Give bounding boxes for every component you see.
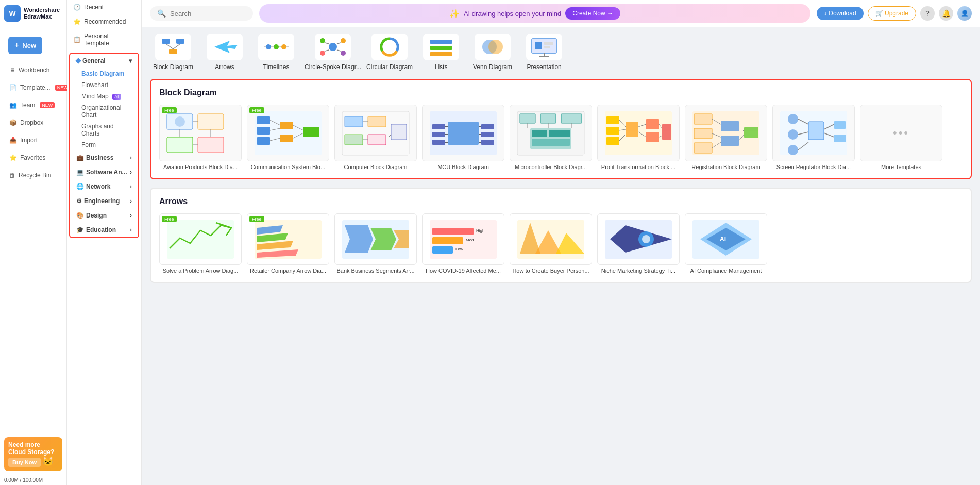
sidebar-item-team[interactable]: 👥 Team NEW <box>3 97 63 113</box>
template-solve-problem[interactable]: Free Solve a Problem Arrow Diag... <box>159 213 242 274</box>
solve-problem-label: Solve a Problem Arrow Diag... <box>159 267 242 274</box>
cat-circle-spoke-label: Circle-Spoke Diagr... <box>305 63 361 71</box>
svg-rect-23 <box>430 52 452 56</box>
cat-presentation[interactable]: Presentation <box>521 34 567 71</box>
buy-now-label[interactable]: Buy Now <box>8 458 41 467</box>
create-now-button[interactable]: Create Now → <box>565 7 620 20</box>
svg-rect-88 <box>606 116 619 124</box>
template-mcu[interactable]: MCU Block Diagram <box>422 105 504 170</box>
registration-label: Registration Block Diagram <box>685 164 767 170</box>
recycle-icon: 🗑 <box>9 172 15 179</box>
block-diagram-section-title: Block Diagram <box>159 88 962 97</box>
lp-mind-map[interactable]: Mind Map AI <box>70 91 138 102</box>
cat-venn[interactable]: Venn Diagram <box>469 34 516 71</box>
lp-form[interactable]: Form <box>70 139 138 150</box>
svg-point-115 <box>788 114 798 124</box>
avatar[interactable]: 👤 <box>957 6 972 21</box>
recommended-label: Recommended <box>84 18 126 25</box>
svg-rect-68 <box>481 132 494 137</box>
lp-education[interactable]: 🎓 Education › <box>70 223 138 237</box>
cat-lists[interactable]: Lists <box>418 34 464 71</box>
svg-rect-79 <box>561 114 582 123</box>
software-an-label: Software An... <box>86 169 127 176</box>
cat-circle-spoke[interactable]: Circle-Spoke Diagr... <box>305 34 361 71</box>
svg-point-8 <box>266 44 271 49</box>
software-icon: 💻 <box>76 169 84 176</box>
lp-design[interactable]: 🎨 Design › <box>70 208 138 223</box>
svg-rect-125 <box>834 135 846 142</box>
svg-rect-106 <box>721 121 739 131</box>
new-button[interactable]: + New <box>8 37 42 54</box>
sidebar-item-workbench[interactable]: 🖥 Workbench <box>3 62 63 78</box>
notification-icon[interactable]: 🔔 <box>939 6 953 21</box>
template-bank-business[interactable]: Bank Business Segments Arr... <box>334 213 417 274</box>
sidebar-item-favorites[interactable]: ⭐ Favorites <box>3 150 63 165</box>
svg-rect-45 <box>280 122 293 129</box>
lp-software-an[interactable]: 💻 Software An... › <box>70 165 138 179</box>
lp-flowchart[interactable]: Flowchart <box>70 79 138 91</box>
block-diagram-thumb <box>155 34 191 60</box>
sidebar-item-dropbox[interactable]: 📦 Dropbox <box>3 115 63 130</box>
svg-rect-42 <box>257 116 270 124</box>
sidebar-item-import[interactable]: 📥 Import <box>3 132 63 148</box>
template-computer[interactable]: Computer Block Diagram <box>334 105 417 170</box>
search-input[interactable] <box>170 10 242 18</box>
download-label: ↓ Download <box>824 10 856 17</box>
cat-circular[interactable]: Circular Diagram <box>366 34 413 71</box>
lp-engineering[interactable]: ⚙ Engineering › <box>70 194 138 208</box>
lp-org-chart[interactable]: Organizational Chart <box>70 102 138 121</box>
template-ai-compliance[interactable]: AI AI Compliance Management <box>685 213 767 274</box>
lp-network[interactable]: 🌐 Network › <box>70 179 138 194</box>
personal-template-label: Personal Template <box>84 32 135 47</box>
lp-recent[interactable]: 🕐 Recent <box>67 0 141 14</box>
template-niche-marketing[interactable]: Niche Marketing Strategy Ti... <box>597 213 680 274</box>
lp-graphs-charts[interactable]: Graphs and Charts <box>70 121 138 139</box>
template-more[interactable]: ••• More Templates <box>860 105 942 170</box>
general-label: General <box>82 57 106 64</box>
lp-recommended[interactable]: ⭐ Recommended <box>67 14 141 29</box>
lp-personal-template[interactable]: 📋 Personal Template <box>67 29 141 51</box>
download-button[interactable]: ↓ Download <box>817 7 864 20</box>
aviation-thumb: Free <box>159 105 242 161</box>
template-buyer-persona[interactable]: How to Create Buyer Person... <box>510 213 592 274</box>
template-retailer[interactable]: Free Retailer Company Arrow Dia... <box>247 213 329 274</box>
cat-timelines[interactable]: Timelines <box>253 34 299 71</box>
template-microcontroller[interactable]: Microcontroller Block Diagr... <box>510 105 592 170</box>
app-logo: W WondershareEdrawMax <box>0 0 66 27</box>
template-registration[interactable]: Registration Block Diagram <box>685 105 767 170</box>
template-covid[interactable]: HighMedLow How COVID-19 Affected Me... <box>422 213 504 274</box>
sidebar-item-recycle[interactable]: 🗑 Recycle Bin <box>3 168 63 183</box>
lp-general[interactable]: General ▾ <box>70 54 138 68</box>
top-categories: Block Diagram Arrows Timelines <box>150 34 972 71</box>
ai-banner: ✨ AI drawing helps open your mind Create… <box>259 4 810 23</box>
recent-icon: 🕐 <box>73 4 81 11</box>
computer-label: Computer Block Diagram <box>334 164 417 170</box>
template-communication[interactable]: Free Communication System Blo... <box>247 105 329 170</box>
design-icon: 🎨 <box>76 212 84 219</box>
mcu-thumb <box>422 105 504 161</box>
education-label: Education <box>86 226 116 233</box>
lp-basic-diagram[interactable]: Basic Diagram <box>70 68 138 79</box>
lp-business[interactable]: 💼 Business › <box>70 150 138 165</box>
cloud-storage-icon: 🐱 <box>42 456 54 466</box>
svg-rect-103 <box>694 114 712 124</box>
storage-usage: 0.00M / 100.00M <box>0 475 66 485</box>
template-profit[interactable]: Profit Transformation Block ... <box>597 105 680 170</box>
cloud-storage-promo[interactable]: Need more Cloud Storage? Buy Now 🐱 <box>4 437 62 471</box>
template-aviation[interactable]: Free Aviation Products Block Dia... <box>159 105 242 170</box>
cat-arrows[interactable]: Arrows <box>201 34 248 71</box>
template-screen-regulator[interactable]: Screen Regulator Block Dia... <box>772 105 855 170</box>
new-label: New <box>22 42 36 49</box>
svg-rect-124 <box>834 121 846 129</box>
upgrade-button[interactable]: 🛒 Upgrade <box>868 6 916 21</box>
aviation-label: Aviation Products Block Dia... <box>159 164 242 170</box>
svg-point-150 <box>642 235 650 243</box>
ai-banner-text: AI drawing helps open your mind <box>464 10 561 18</box>
buyer-persona-label: How to Create Buyer Person... <box>510 267 592 274</box>
circle-spoke-thumb <box>315 34 351 60</box>
sidebar-item-templates[interactable]: 📄 Template... NEW <box>3 80 63 95</box>
design-chevron: › <box>130 212 132 219</box>
svg-rect-138 <box>432 237 463 244</box>
cat-block-diagram[interactable]: Block Diagram <box>150 34 196 71</box>
help-icon[interactable]: ? <box>920 6 935 21</box>
